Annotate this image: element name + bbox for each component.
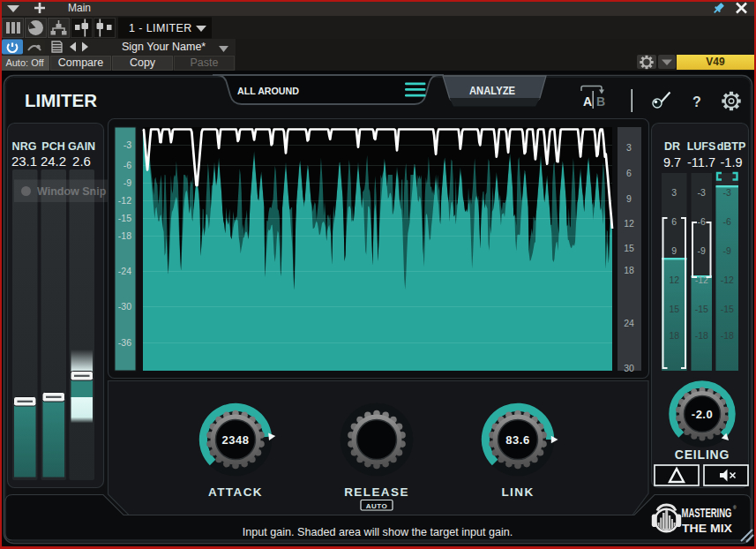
svg-text:-15: -15 — [695, 304, 708, 314]
svg-text:LIMITER: LIMITER — [25, 90, 97, 110]
svg-text:-18: -18 — [721, 330, 734, 341]
svg-text:®: ® — [733, 505, 737, 510]
svg-text:MASTERING: MASTERING — [682, 505, 732, 520]
svg-text:LINK: LINK — [501, 485, 534, 499]
svg-text:-3: -3 — [124, 139, 131, 150]
svg-text:-12: -12 — [118, 195, 131, 206]
svg-text:-2.0: -2.0 — [692, 408, 713, 421]
svg-text:18: 18 — [669, 330, 679, 341]
svg-text:-11.7: -11.7 — [687, 155, 715, 169]
svg-text:2.6: 2.6 — [72, 154, 91, 169]
svg-text:9: 9 — [626, 193, 632, 204]
svg-text:-15: -15 — [721, 304, 734, 314]
svg-text:9: 9 — [671, 245, 677, 256]
svg-text:THE MIX: THE MIX — [682, 523, 733, 535]
svg-text:-9: -9 — [124, 177, 131, 188]
svg-text:RELEASE: RELEASE — [344, 485, 409, 499]
svg-text:83.6: 83.6 — [505, 433, 529, 447]
svg-text:-9: -9 — [723, 245, 731, 256]
svg-text:23.1: 23.1 — [11, 154, 37, 169]
svg-text:24.2: 24.2 — [41, 154, 66, 169]
svg-text:A: A — [583, 94, 592, 109]
svg-text:Window Snip: Window Snip — [37, 185, 107, 198]
svg-text:-18: -18 — [695, 330, 708, 341]
svg-text:18: 18 — [624, 265, 634, 275]
svg-text:30: 30 — [624, 363, 634, 373]
svg-text:-6: -6 — [698, 216, 706, 227]
svg-text:-12: -12 — [695, 274, 708, 285]
svg-text:NRG: NRG — [12, 140, 37, 153]
svg-text:Input gain. Shaded area will s: Input gain. Shaded area will show the ta… — [243, 526, 513, 538]
svg-text:DR: DR — [664, 140, 680, 153]
svg-text:-24: -24 — [118, 266, 131, 276]
svg-text:1 - LIMITER: 1 - LIMITER — [129, 22, 192, 34]
svg-text:12: 12 — [624, 218, 634, 229]
svg-text:6: 6 — [671, 216, 677, 227]
svg-text:B: B — [596, 94, 605, 109]
svg-text:LUFS: LUFS — [687, 140, 716, 153]
svg-text:15: 15 — [669, 304, 679, 314]
svg-text:-15: -15 — [118, 213, 131, 223]
svg-text:12: 12 — [669, 274, 679, 285]
svg-text:GAIN: GAIN — [68, 140, 95, 153]
svg-text:24: 24 — [624, 318, 634, 328]
svg-text:2348: 2348 — [222, 433, 250, 447]
svg-text:?: ? — [692, 94, 701, 109]
svg-text:PCH: PCH — [41, 140, 64, 153]
svg-text:3: 3 — [626, 142, 632, 153]
svg-text:-6: -6 — [124, 160, 131, 170]
svg-text:ATTACK: ATTACK — [208, 485, 263, 499]
svg-text:ALL AROUND: ALL AROUND — [237, 86, 299, 96]
svg-text:ANALYZE: ANALYZE — [469, 85, 515, 97]
svg-text:9.7: 9.7 — [663, 155, 681, 169]
svg-text:-1.9: -1.9 — [721, 155, 743, 169]
svg-text:-18: -18 — [118, 230, 131, 241]
svg-text:15: 15 — [624, 243, 634, 253]
svg-text:3: 3 — [671, 187, 677, 198]
svg-text:-36: -36 — [118, 337, 131, 348]
svg-text:-30: -30 — [118, 301, 131, 312]
svg-text:-9: -9 — [698, 245, 706, 256]
svg-text:-12: -12 — [721, 274, 734, 285]
svg-text:-3: -3 — [698, 187, 706, 198]
svg-text:AUTO: AUTO — [366, 502, 388, 510]
svg-text:dBTP: dBTP — [717, 140, 746, 153]
svg-text:-3: -3 — [723, 187, 731, 198]
svg-text:6: 6 — [626, 168, 632, 178]
svg-text:CEILING: CEILING — [675, 447, 730, 462]
svg-text:-6: -6 — [723, 216, 731, 227]
